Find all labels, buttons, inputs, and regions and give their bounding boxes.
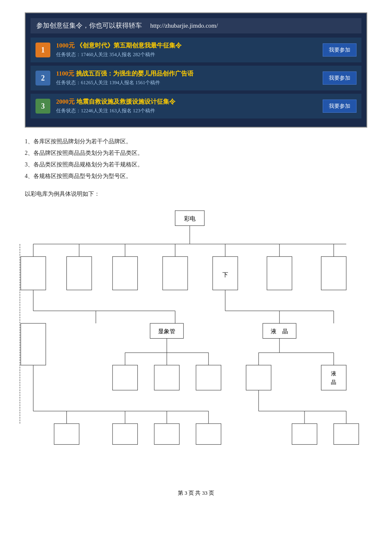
svg-rect-18 — [321, 256, 346, 290]
svg-text:晶: 晶 — [331, 379, 336, 385]
svg-text:液: 液 — [331, 371, 336, 377]
svg-rect-17 — [267, 256, 292, 290]
svg-rect-14 — [163, 256, 188, 290]
example-label: 以彩电库为例具体说明如下： — [25, 190, 367, 198]
banner-title-2: 1100元 挑战五百强：为强生的婴儿用品创作广告语 — [56, 70, 318, 78]
banner-content-1: 1000元 《创意时代》第五期创意我最牛征集令 任务状态：17460人关注 35… — [56, 42, 318, 58]
banner-num-1: 1 — [35, 43, 50, 57]
list-item-2: 2、各品牌区按照商品品类划分为若干品类区。 — [25, 147, 367, 159]
banner-header-text: 参加创意征集令，你也可以获得轿车 — [36, 21, 142, 30]
banner-url: http://zhubarjie.jimdo.com/ — [150, 22, 218, 29]
banner-btn-1[interactable]: 我要参加 — [323, 43, 357, 57]
svg-rect-27 — [21, 323, 46, 365]
banner-amount-3: 2000元 — [56, 98, 75, 105]
svg-rect-56 — [154, 424, 179, 445]
svg-text:彩电: 彩电 — [184, 215, 196, 222]
svg-rect-12 — [66, 256, 92, 290]
list-item-4: 4、各规格区按照商品型号划分为型号区。 — [25, 171, 367, 182]
svg-rect-38 — [154, 365, 179, 390]
svg-text:下: 下 — [222, 271, 228, 278]
banner-content-2: 1100元 挑战五百强：为强生的婴儿用品创作广告语 任务状态：61265人关注 … — [56, 70, 318, 86]
banner-section: 参加创意征集令，你也可以获得轿车 http://zhubarjie.jimdo.… — [25, 12, 367, 128]
svg-rect-55 — [113, 424, 138, 445]
svg-rect-54 — [54, 424, 79, 445]
banner-title-text-1: 《创意时代》第五期创意我最牛征集令 — [76, 42, 182, 49]
banner-title-3: 2000元 地震自救设施及救援设施设计征集令 — [56, 98, 318, 106]
svg-text:液　晶: 液 晶 — [271, 328, 288, 334]
svg-rect-44 — [246, 365, 271, 390]
svg-text:第 3 页  共 33 页: 第 3 页 共 33 页 — [178, 490, 214, 496]
banner-status-2: 任务状态：61265人关注 1394人报名 1561个稿件 — [56, 79, 318, 86]
svg-rect-13 — [113, 256, 138, 290]
banner-amount-2: 1100元 — [56, 70, 74, 77]
banner-header: 参加创意征集令，你也可以获得轿车 http://zhubarjie.jimdo.… — [31, 18, 361, 33]
svg-rect-57 — [196, 424, 221, 445]
tree-diagram: 彩电 下 — [12, 202, 380, 512]
banner-title-1: 1000元 《创意时代》第五期创意我最牛征集令 — [56, 42, 318, 50]
banner-btn-2[interactable]: 我要参加 — [323, 71, 357, 85]
banner-item-2: 2 1100元 挑战五百强：为强生的婴儿用品创作广告语 任务状态：61265人关… — [31, 66, 361, 90]
text-list: 1、各库区按照品牌划分为若干个品牌区。 2、各品牌区按照商品品类划分为若干品类区… — [25, 136, 367, 182]
banner-amount-1: 1000元 — [56, 42, 75, 49]
tree-svg: 彩电 下 — [12, 202, 380, 512]
banner-item-1: 1 1000元 《创意时代》第五期创意我最牛征集令 任务状态：17460人关注 … — [31, 38, 361, 62]
banner-btn-3[interactable]: 我要参加 — [323, 100, 357, 113]
svg-rect-39 — [196, 365, 221, 390]
banner-title-text-2: 挑战五百强：为强生的婴儿用品创作广告语 — [76, 70, 194, 77]
banner-num-2: 2 — [35, 71, 50, 85]
svg-rect-62 — [292, 424, 317, 445]
svg-rect-45 — [321, 365, 346, 390]
banner-title-text-3: 地震自救设施及救援设施设计征集令 — [76, 98, 175, 105]
svg-text:显象管: 显象管 — [158, 328, 175, 334]
banner-item-3: 3 2000元 地震自救设施及救援设施设计征集令 任务状态：12246人关注 1… — [31, 94, 361, 119]
banner-content-3: 2000元 地震自救设施及救援设施设计征集令 任务状态：12246人关注 163… — [56, 98, 318, 114]
list-item-3: 3、各品类区按照商品规格划分为若干规格区。 — [25, 159, 367, 171]
svg-rect-37 — [113, 365, 138, 390]
list-item-1: 1、各库区按照品牌划分为若干个品牌区。 — [25, 136, 367, 147]
banner-status-1: 任务状态：17460人关注 354人报名 282个稿件 — [56, 51, 318, 58]
svg-rect-63 — [334, 424, 359, 445]
banner-num-3: 3 — [35, 99, 50, 114]
svg-rect-11 — [21, 256, 46, 290]
banner-status-3: 任务状态：12246人关注 163人报名 123个稿件 — [56, 107, 318, 114]
